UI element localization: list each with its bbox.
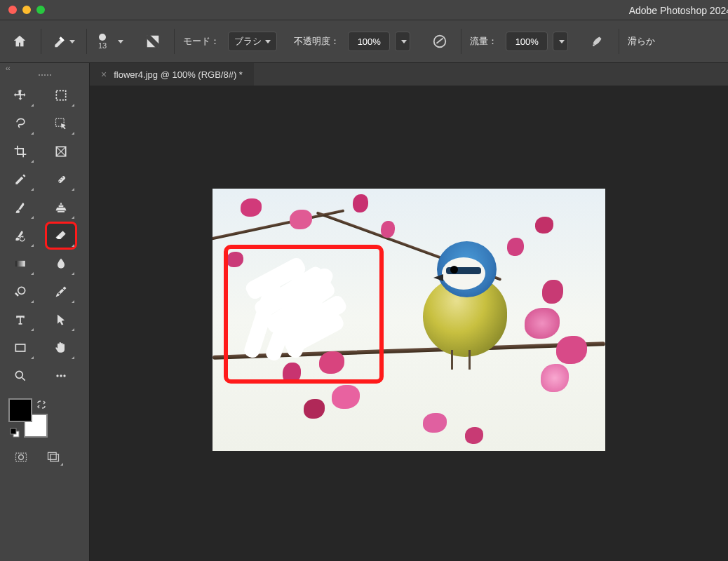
panel-grip[interactable]: [34, 74, 55, 76]
close-window-button[interactable]: [8, 6, 17, 14]
tool-preset-picker[interactable]: [50, 29, 78, 54]
spot-heal-tool[interactable]: [46, 167, 76, 192]
svg-point-2: [593, 44, 595, 46]
dodge-tool[interactable]: [6, 279, 35, 304]
hand-tool[interactable]: [46, 335, 76, 360]
brush-preview-icon: [99, 34, 106, 41]
gradient-tool[interactable]: [6, 251, 35, 276]
svg-point-11: [18, 287, 25, 294]
window-controls: [8, 6, 45, 14]
history-brush-tool[interactable]: [6, 223, 35, 248]
image-content: [542, 280, 563, 304]
svg-rect-24: [48, 452, 57, 459]
canvas[interactable]: [213, 189, 605, 451]
brush-tool[interactable]: [6, 195, 35, 220]
svg-point-16: [56, 374, 58, 377]
tools-panel: ‹‹: [0, 63, 90, 561]
titlebar: Adobe Photoshop 2024: [0, 0, 728, 20]
marquee-tool[interactable]: [46, 83, 76, 108]
svg-point-18: [63, 374, 65, 377]
mode-label: モード：: [183, 35, 220, 48]
airbrush-button[interactable]: [585, 29, 610, 54]
document-area: × flower4.jpg @ 100% (RGB/8#) *: [90, 63, 728, 561]
divider: [174, 29, 175, 54]
svg-point-13: [58, 292, 60, 295]
quick-mask-button[interactable]: [10, 447, 32, 467]
brush-settings-button[interactable]: [140, 29, 166, 54]
divider: [619, 29, 619, 54]
svg-point-22: [19, 455, 24, 460]
svg-rect-3: [56, 90, 65, 100]
image-content: [541, 364, 569, 392]
move-tool[interactable]: [6, 83, 35, 108]
rectangle-tool[interactable]: [6, 335, 35, 360]
image-content: [241, 198, 262, 217]
svg-rect-10: [15, 261, 25, 266]
eraser-tool[interactable]: [46, 223, 76, 248]
smoothing-label: 滑らか: [628, 35, 655, 48]
maximize-window-button[interactable]: [36, 6, 45, 14]
brush-preset-picker[interactable]: 13: [95, 34, 109, 50]
flow-label: 流量：: [470, 35, 497, 48]
flow-dropdown[interactable]: [553, 32, 568, 51]
edit-toolbar[interactable]: [46, 363, 76, 388]
svg-point-15: [15, 371, 22, 378]
document-tab-title: flower4.jpg @ 100% (RGB/8#) *: [114, 69, 243, 80]
collapse-panel-button[interactable]: ‹‹: [0, 63, 89, 73]
zoom-tool[interactable]: [6, 363, 35, 388]
image-content: [535, 217, 553, 234]
svg-rect-21: [16, 453, 27, 461]
pen-tool[interactable]: [46, 279, 76, 304]
image-content: [381, 221, 395, 238]
divider: [461, 29, 461, 54]
screen-mode-button[interactable]: [42, 447, 65, 467]
clone-stamp-tool[interactable]: [46, 195, 76, 220]
chevron-down-icon[interactable]: [118, 40, 123, 43]
svg-rect-20: [11, 428, 16, 434]
image-content: [525, 308, 560, 339]
canvas-area[interactable]: [90, 86, 728, 561]
mode-select[interactable]: ブラシ: [228, 32, 277, 51]
image-content: [412, 238, 518, 357]
opacity-input[interactable]: 100%: [348, 32, 390, 51]
image-content: [290, 210, 312, 229]
blur-tool[interactable]: [46, 251, 76, 276]
opacity-dropdown[interactable]: [395, 32, 410, 51]
divider: [41, 29, 41, 54]
swap-colors-button[interactable]: [36, 400, 46, 410]
frame-tool[interactable]: [46, 139, 76, 164]
svg-rect-6: [58, 175, 66, 184]
svg-point-8: [60, 179, 62, 180]
image-content: [353, 194, 368, 212]
pressure-opacity-button[interactable]: [427, 29, 452, 54]
color-swatches: [8, 398, 48, 438]
document-tab-bar: × flower4.jpg @ 100% (RGB/8#) *: [90, 63, 728, 86]
options-bar: 13 モード： ブラシ 不透明度： 100% 流量： 100% 滑らか: [0, 20, 728, 63]
object-selection-tool[interactable]: [46, 111, 76, 136]
close-tab-button[interactable]: ×: [101, 69, 107, 80]
chevron-down-icon: [401, 40, 407, 43]
divider: [86, 29, 87, 54]
svg-point-9: [62, 177, 63, 179]
foreground-color-swatch[interactable]: [8, 398, 32, 422]
image-content: [332, 385, 360, 409]
path-selection-tool[interactable]: [46, 307, 76, 332]
brush-size-value: 13: [98, 41, 107, 50]
crop-tool[interactable]: [6, 139, 35, 164]
document-tab[interactable]: × flower4.jpg @ 100% (RGB/8#) *: [90, 63, 254, 86]
default-colors-button[interactable]: [10, 428, 20, 438]
image-content: [465, 427, 483, 444]
annotation-box: [224, 245, 384, 384]
image-content: [304, 399, 325, 419]
flow-input[interactable]: 100%: [506, 32, 548, 51]
chevron-down-icon: [559, 40, 565, 43]
type-tool[interactable]: [6, 307, 35, 332]
minimize-window-button[interactable]: [22, 6, 31, 14]
lasso-tool[interactable]: [6, 111, 35, 136]
svg-point-7: [58, 181, 60, 182]
svg-point-17: [60, 374, 62, 377]
svg-rect-23: [50, 454, 59, 461]
chevron-down-icon: [265, 40, 271, 43]
eyedropper-tool[interactable]: [6, 167, 35, 192]
home-button[interactable]: [7, 29, 32, 54]
